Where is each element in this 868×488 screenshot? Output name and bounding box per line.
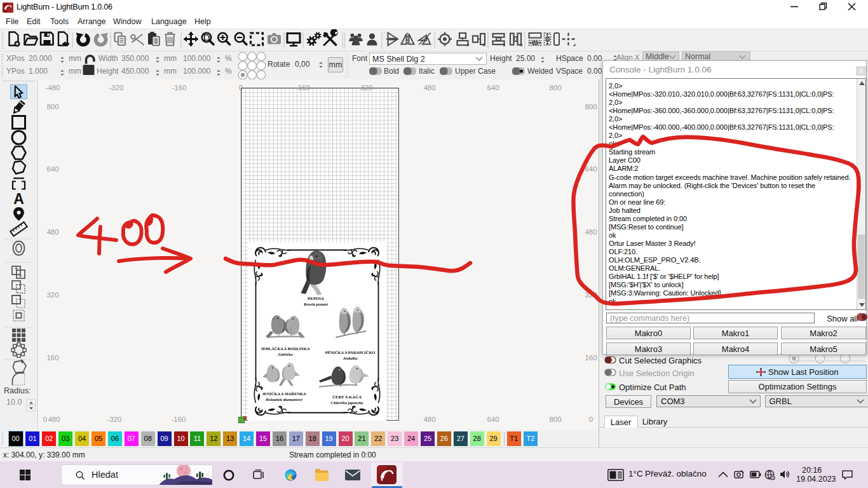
svg-text:Andulka: Andulka	[342, 356, 358, 360]
svg-text:ČERT A KÁČA: ČERT A KÁČA	[332, 395, 362, 399]
svg-text:A: A	[13, 191, 24, 207]
svg-text:PEPINA: PEPINA	[308, 296, 324, 301]
svg-text:JENÍČKA A MAŘENKA: JENÍČKA A MAŘENKA	[262, 391, 306, 396]
svg-text:JEHLÁČKA A BODLINKA: JEHLÁČKA A BODLINKA	[261, 346, 309, 351]
svg-text:Holoubek diamantový: Holoubek diamantový	[265, 397, 302, 402]
svg-text:PĚNIČKA A PARAPLÍČKO: PĚNIČKA A PARAPLÍČKO	[325, 350, 376, 355]
svg-text:10.0: 10.0	[6, 398, 22, 407]
svg-text:Rosela penant: Rosela penant	[303, 302, 328, 306]
svg-text:Zebřička: Zebřička	[277, 352, 293, 356]
svg-text:Chůvička japonská: Chůvička japonská	[331, 400, 363, 405]
svg-text:Radius:: Radius:	[4, 386, 31, 395]
